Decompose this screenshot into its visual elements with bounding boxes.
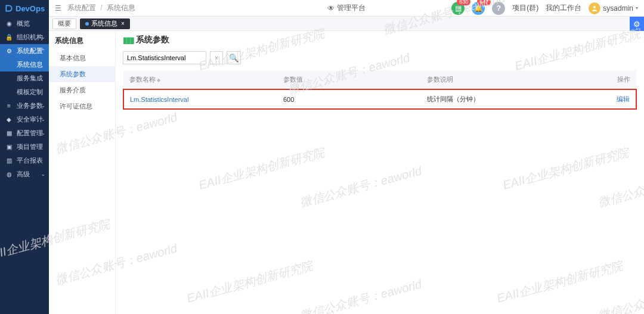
nav-label: 业务参数	[17, 101, 43, 110]
nav-label: 高级	[17, 170, 30, 179]
cell-action[interactable]: 编辑	[575, 89, 636, 109]
svg-point-0	[593, 6, 596, 8]
chevron-down-icon: ▾	[636, 5, 638, 11]
bell-icon: 🔔	[474, 4, 483, 13]
nav-security-audit[interactable]: ◆安全审计⌄	[0, 113, 49, 126]
breadcrumb-item[interactable]: 系统信息	[107, 4, 135, 12]
projects-link[interactable]: 项目(群)	[512, 3, 538, 13]
nav-service-integration[interactable]: 服务集成	[0, 71, 49, 85]
brand-logo[interactable]: DevOps	[0, 0, 49, 17]
nav-label: 平台报表	[17, 156, 43, 165]
title-bars-icon: ▮▮▮	[123, 35, 134, 45]
nav-config-mgmt[interactable]: ▦配置管理⌄	[0, 126, 49, 140]
breadcrumb-item[interactable]: 系统配置	[67, 4, 96, 12]
main-content: ▮▮▮系统参数 × 🔍 参数名称◆ 参数值 参数说明 操作 Lm.Statist…	[116, 31, 644, 314]
doc-icon: ▤	[455, 4, 462, 13]
nav-label: 组织机构	[17, 33, 43, 42]
chevron-down-icon: ⌄	[41, 130, 45, 136]
nav-label: 配置管理	[17, 129, 43, 138]
chevron-down-icon: ⌄	[41, 172, 45, 177]
nav-template-custom[interactable]: 模板定制	[0, 85, 49, 99]
params-table: 参数名称◆ 参数值 参数说明 操作 Lm.StatisticsInterval …	[123, 70, 637, 110]
nav-label: 模板定制	[17, 88, 43, 97]
cell-value: 600	[277, 89, 421, 109]
gear-icon: ⚙	[633, 20, 640, 29]
avatar	[589, 2, 600, 14]
top-center-title[interactable]: 👁 管理平台	[327, 3, 366, 13]
secondary-nav: 系统信息 基本信息 系统参数 服务介质 许可证信息	[49, 31, 116, 314]
top-center-label: 管理平台	[337, 3, 366, 13]
nav-advanced[interactable]: ◍高级⌄	[0, 167, 49, 181]
clear-button[interactable]: ×	[210, 51, 223, 64]
nav-label: 服务集成	[17, 74, 43, 83]
help-button[interactable]: ?	[492, 2, 505, 15]
shield-icon: ◆	[5, 116, 13, 123]
chart-icon: ▥	[5, 157, 13, 164]
settings-button[interactable]: ⚙	[630, 17, 644, 31]
breadcrumb: 系统配置 / 系统信息	[67, 3, 135, 13]
nav-overview[interactable]: ◉概览	[0, 17, 49, 30]
nav-label: 安全审计	[17, 115, 43, 124]
top-bar: ☰ 系统配置 / 系统信息 👁 管理平台 ▤ 630 🔔 647 ? 项目(群)…	[49, 0, 644, 17]
nav-label: 项目管理	[17, 142, 43, 151]
table-row: Lm.StatisticsInterval 600 统计间隔（分钟） 编辑	[123, 89, 636, 109]
cell-desc: 统计间隔（分钟）	[421, 89, 575, 109]
globe-icon: ◍	[5, 171, 13, 178]
col-desc: 参数说明	[421, 70, 575, 89]
notification-button[interactable]: 🔔 647	[472, 2, 485, 15]
dashboard-icon: ◉	[5, 20, 13, 27]
chevron-down-icon: ⌄	[41, 103, 45, 108]
tab-strip: 概要 系统信息× ⚙	[49, 17, 644, 31]
nav-label: 概览	[17, 19, 30, 28]
question-icon: ?	[497, 4, 501, 13]
nav-system-info[interactable]: 系统信息	[0, 58, 49, 71]
gear-icon: ⚙	[5, 48, 13, 54]
nav-label: 系统配置	[17, 46, 43, 55]
nav-org[interactable]: 🔒组织机构⌄	[0, 30, 49, 44]
chevron-up-icon: ⌃	[41, 48, 45, 54]
cell-name[interactable]: Lm.StatisticsInterval	[123, 89, 277, 109]
grid-icon: ▣	[5, 144, 13, 150]
logo-icon	[5, 4, 13, 13]
sliders-icon: ≡	[5, 102, 13, 109]
primary-sidebar: DevOps ◉概览 🔒组织机构⌄ ⚙系统配置⌃ 系统信息 服务集成 模板定制 …	[0, 0, 49, 314]
close-icon: ×	[215, 55, 218, 61]
secondary-nav-title: 系统信息	[49, 31, 115, 50]
inner-nav-license[interactable]: 许可证信息	[49, 98, 115, 114]
col-value: 参数值	[277, 70, 421, 89]
nav-business-params[interactable]: ≡业务参数⌄	[0, 99, 49, 113]
hamburger-icon[interactable]: ☰	[55, 4, 61, 13]
col-name[interactable]: 参数名称◆	[123, 70, 277, 89]
inner-nav-params[interactable]: 系统参数	[49, 66, 115, 82]
tab-label: 系统信息	[91, 19, 117, 28]
inner-nav-basic[interactable]: 基本信息	[49, 50, 115, 66]
workbench-link[interactable]: 我的工作台	[546, 3, 581, 13]
tab-system-info[interactable]: 系统信息×	[80, 18, 130, 29]
lock-icon: 🔒	[5, 34, 13, 41]
search-row: × 🔍	[123, 51, 637, 64]
eye-icon: 👁	[327, 4, 335, 13]
table-header-row: 参数名称◆ 参数值 参数说明 操作	[123, 70, 636, 89]
tab-overview[interactable]: 概要	[52, 18, 76, 29]
col-action: 操作	[575, 70, 636, 89]
user-name: sysadmin	[603, 4, 633, 13]
chevron-down-icon: ⌄	[41, 35, 45, 40]
nav-platform-report[interactable]: ▥平台报表	[0, 154, 49, 167]
breadcrumb-sep: /	[100, 4, 102, 12]
chevron-down-icon: ⌄	[41, 117, 45, 122]
brand-text: DevOps	[16, 4, 45, 13]
page-title: ▮▮▮系统参数	[123, 35, 637, 45]
status-green-button[interactable]: ▤ 630	[451, 2, 465, 15]
top-right: ▤ 630 🔔 647 ? 项目(群) 我的工作台 sysadmin ▾	[451, 2, 638, 15]
search-input[interactable]	[123, 51, 206, 64]
nav-project-mgmt[interactable]: ▣项目管理	[0, 140, 49, 154]
search-button[interactable]: 🔍	[227, 51, 241, 64]
user-menu[interactable]: sysadmin ▾	[589, 2, 638, 14]
status-badge: 630	[457, 0, 470, 5]
nav-label: 系统信息	[17, 60, 43, 69]
nav-system-config[interactable]: ⚙系统配置⌃	[0, 44, 49, 58]
search-icon: 🔍	[229, 54, 239, 63]
inner-nav-service[interactable]: 服务介质	[49, 82, 115, 98]
page-title-text: 系统参数	[136, 35, 169, 45]
close-icon[interactable]: ×	[121, 20, 125, 27]
